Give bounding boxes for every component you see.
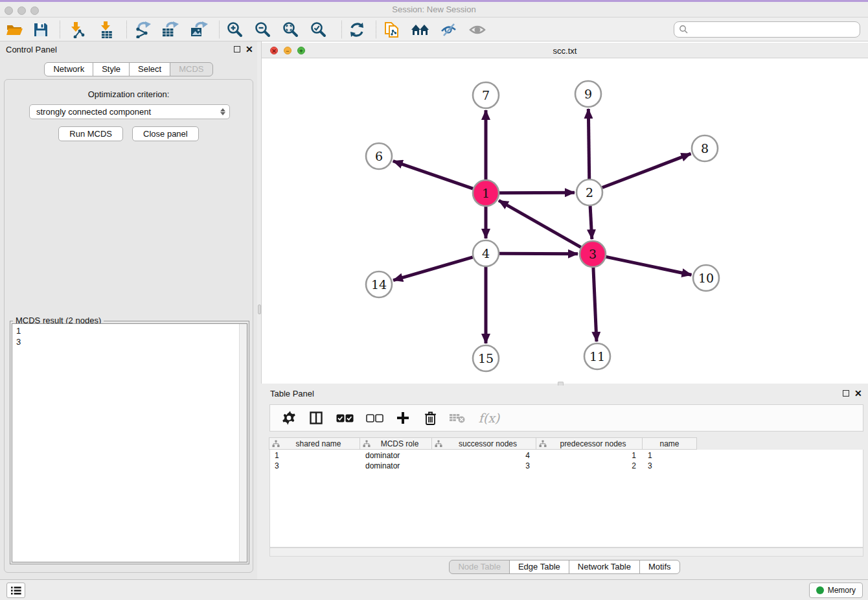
table-panel-header: Table Panel ✕ [261,386,868,402]
run-mcds-button[interactable]: Run MCDS [58,126,123,141]
node-label-10: 10 [698,271,714,285]
hide-panels-eye-icon[interactable] [439,20,459,40]
column-header-name[interactable]: name [642,437,697,450]
search-input[interactable] [689,25,860,34]
import-table-icon[interactable] [97,20,117,40]
zoom-selected-icon[interactable] [308,20,329,40]
export-image-icon[interactable] [188,20,209,40]
tab-network[interactable]: Network [44,62,93,76]
application-window: Session: New Session [0,0,868,600]
close-table-panel-icon[interactable]: ✕ [854,388,862,398]
node-label-2: 2 [586,185,593,200]
column-header-shared-name[interactable]: shared name [269,437,360,450]
column-header-predecessor-nodes[interactable]: predecessor nodes [536,437,643,450]
tab-mcds[interactable]: MCDS [170,62,212,76]
table-cell[interactable]: 1 [269,450,360,461]
edge-1-2[interactable] [499,192,575,193]
control-panel-tabs: Network Style Select MCDS [0,62,257,76]
table-cell[interactable]: dominator [360,461,432,471]
float-panel-icon[interactable] [234,46,240,52]
tab-network-table[interactable]: Network Table [569,560,640,574]
table-cell[interactable]: 1 [536,450,643,461]
add-row-icon[interactable] [394,410,411,426]
function-builder-icon: f(x) [476,410,502,426]
close-panel-button[interactable]: Close panel [132,126,199,141]
session-home-icon[interactable] [410,20,431,40]
toolbar-separator [60,21,60,38]
deselect-all-checkboxes-icon[interactable] [365,410,384,426]
table-panel: Table Panel ✕ [261,386,868,579]
edge-4-14[interactable] [393,257,473,281]
node-label-7: 7 [482,88,490,102]
table-cell[interactable]: 3 [432,461,536,471]
import-network-icon[interactable] [67,20,87,40]
toolbar-separator [341,21,342,38]
search-field[interactable] [674,21,860,38]
titlebar: Session: New Session [0,2,868,17]
column-header-successor-nodes[interactable]: successor nodes [431,437,536,450]
zoom-fit-icon[interactable] [280,20,301,40]
edge-1-6[interactable] [393,161,473,189]
table-horizontal-scrollbar[interactable] [269,548,863,557]
search-icon [679,25,689,34]
network-window-titlebar: ✕ − + scc.txt [262,43,868,58]
edge-2-3[interactable] [590,206,592,239]
network-graph[interactable]: 7968124314101511 [262,58,867,384]
node-label-4: 4 [482,246,490,260]
table-cell[interactable]: 3 [269,461,360,471]
node-label-14: 14 [371,277,387,292]
tab-motifs[interactable]: Motifs [639,560,680,574]
table-row[interactable]: 1dominator411 [269,450,697,461]
apply-layout-icon[interactable] [347,20,367,40]
edge-3-11[interactable] [593,268,597,341]
column-header-mcds-role[interactable]: MCDS role [360,437,432,450]
network-canvas[interactable]: 7968124314101511 [262,58,867,384]
tab-style[interactable]: Style [93,62,130,76]
vertical-splitter-grip[interactable] [258,305,261,314]
save-icon[interactable] [30,20,51,40]
edge-2-9[interactable] [588,109,589,179]
list-icon [11,586,21,595]
table-toolbar: f(x) [269,404,863,432]
node-label-8: 8 [701,141,709,156]
close-panel-icon[interactable]: ✕ [246,44,253,54]
columns-icon[interactable] [308,410,325,426]
tab-select[interactable]: Select [129,62,170,76]
export-network-icon[interactable] [132,20,153,40]
mcds-result-text[interactable]: 1 3 [12,323,247,562]
edge-3-10[interactable] [606,257,692,275]
table-cell[interactable]: 3 [643,461,697,471]
memory-label: Memory [828,586,856,595]
float-table-panel-icon[interactable] [843,390,849,397]
gear-icon[interactable] [280,410,297,426]
mcds-panel: Optimization criterion: strongly connect… [4,79,253,573]
table-cell[interactable]: 2 [536,461,643,471]
zoom-in-icon[interactable] [225,20,246,40]
main-toolbar [0,17,868,41]
clone-network-icon[interactable] [382,20,402,40]
edge-2-8[interactable] [602,154,691,187]
optimization-criterion-dropdown[interactable]: strongly connected component [29,104,230,119]
select-all-checkboxes-icon[interactable] [335,410,354,426]
zoom-out-icon[interactable] [253,20,273,40]
trash-icon[interactable] [422,410,439,426]
delete-table-icon [449,410,466,426]
export-table-icon[interactable] [160,20,181,40]
memory-button[interactable]: Memory [809,583,863,598]
table-cell[interactable]: 4 [432,450,536,461]
node-label-11: 11 [589,349,605,363]
edge-3-1[interactable] [499,200,581,247]
table-cell[interactable]: 1 [643,450,697,461]
task-history-button[interactable] [6,583,25,598]
open-folder-icon[interactable] [4,20,25,40]
show-panels-eye-icon[interactable] [467,20,488,40]
network-window-title: scc.txt [262,46,868,56]
node-label-1: 1 [482,186,490,200]
result-scrollbar[interactable] [239,324,247,562]
table-cell[interactable]: dominator [360,450,432,461]
tab-edge-table[interactable]: Edge Table [509,560,569,574]
table-row[interactable]: 3dominator323 [269,461,697,471]
edge-4-3[interactable] [499,253,578,254]
tab-node-table[interactable]: Node Table [449,560,510,574]
table-tabs: Node Table Edge Table Network Table Moti… [261,560,868,574]
